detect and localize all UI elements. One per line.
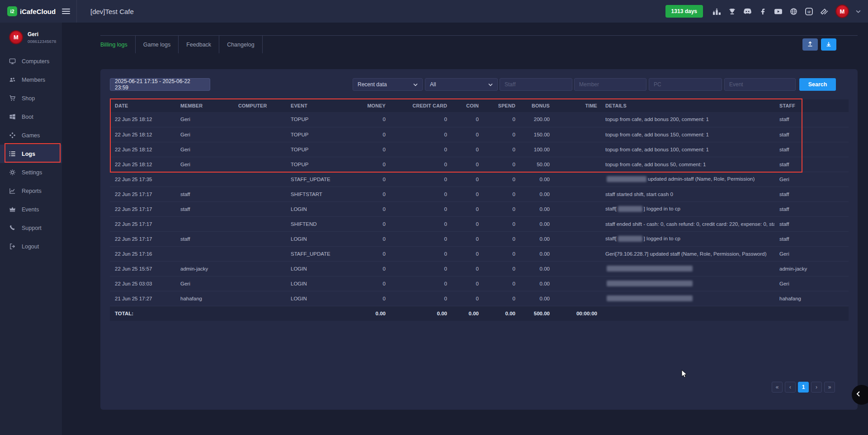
table-row: 22 Jun 25 15:57admin-jackyLOGIN00000.00a… — [110, 261, 849, 276]
games-icon — [9, 132, 16, 139]
cell-member: hahafang — [175, 291, 233, 306]
sidebar-item-logout[interactable]: Logout — [0, 237, 62, 256]
cell-coin: 0 — [447, 276, 479, 291]
facebook-icon[interactable] — [759, 8, 767, 15]
sidebar: M Geri 008612345678 ComputersMembersShop… — [0, 23, 62, 435]
page-button[interactable]: ‹ — [785, 382, 796, 393]
table-row: 22 Jun 25 18:12GeriTOPUP0000100.00topup … — [110, 142, 849, 157]
cell-coin: 0 — [447, 261, 479, 276]
table-row: 21 Jun 25 17:27hahafangLOGIN00000.00haha… — [110, 291, 849, 306]
sidebar-item-reports[interactable]: Reports — [0, 182, 62, 200]
chevron-left-icon — [855, 390, 862, 399]
page-button[interactable]: › — [811, 382, 822, 393]
data-range-select-value: Recent data — [358, 81, 387, 88]
data-range-select[interactable]: Recent data — [353, 78, 423, 91]
upload-icon — [807, 41, 813, 48]
table-row: 22 Jun 25 18:12GeriTOPUP0000150.00topup … — [110, 127, 849, 142]
topbar-right: 1313 days i2 M — [665, 5, 868, 18]
sidebar-item-label: Boot — [22, 114, 33, 120]
cell-coin: 0 — [447, 187, 479, 201]
cell-event: LOGIN — [286, 276, 344, 291]
cell-computer — [233, 187, 286, 201]
cell-date: 22 Jun 25 15:57 — [110, 261, 175, 276]
cell-bonus: 0.00 — [515, 261, 550, 276]
cell-staff: staff — [774, 216, 849, 231]
cell-staff: Geri — [774, 276, 849, 291]
event-input[interactable] — [724, 78, 796, 91]
table-total-row: TOTAL:0.000.000.000.00500.0000:00:00 — [110, 306, 849, 321]
sidebar-avatar[interactable]: M — [9, 30, 23, 44]
hamburger-menu-icon[interactable] — [62, 9, 70, 14]
cell-credit-card: 0 — [386, 187, 447, 201]
export-button[interactable] — [802, 38, 818, 51]
podium-icon[interactable] — [712, 8, 721, 15]
sidebar-item-logs[interactable]: Logs — [0, 145, 62, 163]
page-button[interactable]: « — [772, 382, 783, 393]
cell-date: 22 Jun 25 17:16 — [110, 246, 175, 261]
page-button[interactable]: » — [824, 382, 835, 393]
details-text: topup from cafe, add bonus 150, comment:… — [605, 132, 709, 137]
cell-bonus: 150.00 — [515, 127, 550, 142]
date-range-input[interactable]: 2025-06-21 17:15 - 2025-06-22 23:59 — [110, 78, 210, 91]
tab-game-logs[interactable]: Game logs — [136, 36, 179, 53]
cell-details: topup from cafe, add bonus 50, comment: … — [597, 157, 774, 172]
sidebar-item-events[interactable]: Events — [0, 200, 62, 219]
cell-details: updated admin-staff (Name, Role, Permiss… — [597, 172, 774, 187]
cell-date: 22 Jun 25 17:17 — [110, 201, 175, 216]
cell-details: topup from cafe, add bonus 150, comment:… — [597, 127, 774, 142]
cell-event: TOPUP — [286, 142, 344, 157]
cell-event: LOGIN — [286, 261, 344, 276]
column-header-details: DETAILS — [597, 99, 774, 112]
tab-billing-logs[interactable]: Billing logs — [100, 36, 136, 53]
import-button[interactable] — [821, 38, 836, 51]
discord-icon[interactable] — [743, 8, 752, 15]
cell-computer — [233, 127, 286, 142]
redacted-text — [607, 176, 646, 182]
chat-widget-button[interactable] — [852, 385, 868, 405]
youtube-icon[interactable] — [774, 8, 783, 15]
phone-icon — [9, 225, 16, 231]
brand-name: iCafeCloud — [20, 8, 56, 15]
cell-coin: 0 — [447, 142, 479, 157]
table-row: 22 Jun 25 17:16STAFF_UPDATE00000.00Geri[… — [110, 246, 849, 261]
sidebar-item-games[interactable]: Games — [0, 126, 62, 145]
trophy-icon[interactable] — [728, 8, 736, 15]
cell-time — [550, 112, 597, 127]
cell-spend: 0 — [479, 231, 515, 246]
staff-input[interactable] — [500, 78, 572, 91]
sidebar-item-computers[interactable]: Computers — [0, 52, 62, 70]
sidebar-item-boot[interactable]: Boot — [0, 108, 62, 126]
chevron-down-icon[interactable] — [856, 10, 861, 13]
sidebar-item-label: Logs — [22, 151, 35, 157]
tab-changelog[interactable]: Changelog — [219, 36, 262, 53]
page-button-current[interactable]: 1 — [798, 382, 809, 393]
search-button[interactable]: Search — [799, 78, 836, 91]
cell-member: Geri — [175, 127, 233, 142]
sidebar-nav: ComputersMembersShopBootGamesLogsSetting… — [0, 52, 62, 256]
table-row: 22 Jun 25 17:17staffSHIFTSTART00000.00st… — [110, 187, 849, 201]
event-type-select[interactable]: All — [425, 78, 498, 91]
globe-icon[interactable] — [789, 8, 798, 15]
cell-bonus: 0.00 — [515, 187, 550, 201]
table-row: 22 Jun 25 03:03GeriLOGIN00000.00Geri — [110, 276, 849, 291]
sidebar-item-settings[interactable]: Settings — [0, 163, 62, 182]
tab-feedback[interactable]: Feedback — [179, 36, 219, 53]
days-badge[interactable]: 1313 days — [665, 5, 703, 18]
column-header-event: EVENT — [286, 99, 344, 112]
cell-details: staff[] logged in to cp — [597, 201, 774, 216]
column-header-date: DATE — [110, 99, 175, 112]
sidebar-item-members[interactable]: Members — [0, 70, 62, 89]
pc-input[interactable] — [649, 78, 722, 91]
member-input[interactable] — [574, 78, 646, 91]
column-header-coin: COIN — [447, 99, 479, 112]
icafecloud-icon[interactable]: i2 — [805, 8, 813, 15]
sidebar-item-support[interactable]: Support — [0, 219, 62, 237]
layers-icon[interactable] — [820, 8, 829, 15]
cell-time — [550, 291, 597, 306]
cell-spend: 0 — [479, 216, 515, 231]
sidebar-item-shop[interactable]: Shop — [0, 89, 62, 108]
cell-computer — [233, 157, 286, 172]
cell-money: 0 — [344, 276, 386, 291]
user-avatar[interactable]: M — [835, 5, 849, 18]
details-text: staff[ — [605, 206, 617, 211]
